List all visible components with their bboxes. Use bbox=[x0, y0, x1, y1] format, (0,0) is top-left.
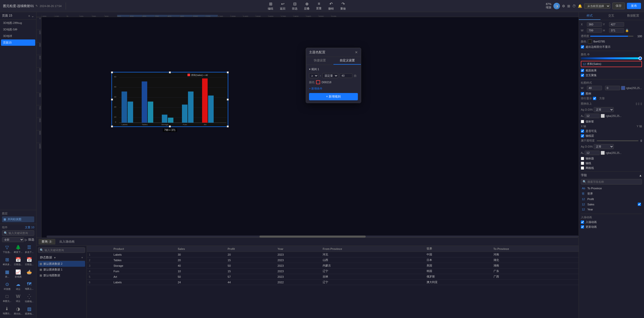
axis-baseline-checkbox[interactable] bbox=[581, 134, 584, 138]
bar-color-swatch[interactable] bbox=[621, 86, 625, 90]
handle-tm[interactable] bbox=[169, 71, 171, 73]
comp-bar2[interactable]: ▨ 观测地... bbox=[24, 305, 34, 316]
field-to-province[interactable]: Ab To Province bbox=[581, 186, 642, 191]
tab-query[interactable]: 查询 3 bbox=[39, 239, 55, 245]
handle-ml[interactable] bbox=[111, 99, 113, 101]
axis-font-size-input[interactable] bbox=[585, 151, 600, 155]
th-sales[interactable]: Sales bbox=[176, 246, 225, 252]
theme-field-item[interactable]: 12 求和(Sales) bbox=[581, 61, 642, 67]
data-item-3[interactable]: ▦ 默认地图数据 bbox=[38, 272, 85, 278]
modal-tab-quick[interactable]: 快捷设置 bbox=[306, 57, 333, 65]
th-year[interactable]: Year bbox=[276, 246, 321, 252]
comp-map[interactable]: 🗺 地图上... bbox=[24, 281, 34, 292]
grid-icon[interactable]: ⊞ bbox=[567, 4, 570, 8]
field-year[interactable]: 12 Year bbox=[581, 207, 642, 212]
page-item-3[interactable]: 3D地球 bbox=[1, 33, 35, 39]
chart-component-container[interactable]: 求和(Sales) = 40 50 40 30 20 10 0 bbox=[112, 72, 228, 126]
handle-bm[interactable] bbox=[169, 125, 171, 127]
layer-item-bar[interactable]: ▦ 并列柱状图 bbox=[2, 216, 34, 222]
legend-font-size-input[interactable] bbox=[585, 114, 600, 118]
right-tab-interact[interactable]: 交互 bbox=[600, 12, 622, 20]
widget-search-input[interactable] bbox=[9, 232, 32, 235]
comp-tree[interactable]: 🌲 树状下... bbox=[13, 244, 23, 255]
comp-single[interactable]: □ 单图元... bbox=[2, 293, 12, 304]
comp-date[interactable]: 📅 日期选... bbox=[13, 256, 23, 267]
tab-animation[interactable]: 出入场动画 bbox=[56, 239, 78, 245]
toolbar-edit-btn[interactable]: ⊞ 编组 bbox=[265, 1, 276, 12]
h-input[interactable] bbox=[609, 28, 624, 33]
data-item-1[interactable]: ▦ 默认图表数据 2 bbox=[38, 261, 85, 267]
gradient-thumb[interactable] bbox=[638, 57, 642, 60]
legend-checkbox[interactable] bbox=[581, 92, 584, 95]
comp-heat[interactable]: 🌡 地量比... bbox=[2, 305, 12, 316]
rule-amount-input[interactable] bbox=[340, 73, 352, 78]
save-button[interactable]: 保存 bbox=[612, 3, 625, 9]
rule-color-swatch[interactable] bbox=[316, 80, 320, 84]
comp-pie2[interactable]: ◑ 两分比... bbox=[13, 305, 23, 316]
add-condition-btn[interactable]: + 新增条件 bbox=[309, 87, 358, 90]
toolbar-redo-btn[interactable]: ↷ 重做 bbox=[337, 1, 349, 12]
data-search-input[interactable] bbox=[45, 249, 83, 252]
page-select-dropdown[interactable]: 从当前页选择 bbox=[584, 3, 610, 9]
th-to-province[interactable]: To Province bbox=[491, 246, 579, 252]
handle-bl[interactable] bbox=[111, 125, 113, 127]
rule-auto-label[interactable]: 自 bbox=[354, 74, 357, 78]
comp-table[interactable]: ▦ 表... bbox=[2, 268, 12, 280]
legend-line-checkbox[interactable] bbox=[593, 97, 596, 100]
handle-mr[interactable] bbox=[227, 99, 229, 101]
rule-amount-type-select[interactable]: 固定量 bbox=[322, 73, 338, 78]
x-input[interactable] bbox=[587, 22, 602, 27]
value-label-checkbox[interactable] bbox=[581, 120, 584, 123]
comp-pie[interactable]: 🥧 bbox=[24, 268, 34, 280]
field-world[interactable]: 世 世界 bbox=[581, 191, 642, 196]
fields-search-input[interactable] bbox=[587, 180, 640, 183]
comp-dropdown[interactable]: ▽ 下拉选... bbox=[2, 244, 12, 255]
comp-multi[interactable]: ☰ 多选下... bbox=[24, 244, 34, 255]
handle-tl[interactable] bbox=[111, 71, 113, 73]
comp-multi2[interactable]: ⊞ 树状多... bbox=[2, 256, 12, 267]
axis-label-checkbox[interactable] bbox=[581, 157, 584, 160]
legend-font-color-swatch[interactable] bbox=[601, 114, 605, 118]
w-input[interactable] bbox=[587, 28, 602, 33]
opacity-slider[interactable] bbox=[590, 36, 633, 37]
toolbar-filter-btn[interactable]: ⊕ 层叠 bbox=[301, 1, 312, 12]
th-product[interactable]: Product bbox=[111, 246, 176, 252]
handle-tr[interactable] bbox=[227, 71, 229, 73]
data-item-2[interactable]: ▦ 默认图表数据 1 bbox=[38, 267, 85, 272]
color-gradient-bar[interactable] bbox=[581, 57, 642, 59]
modal-close-icon[interactable]: ✕ bbox=[355, 50, 358, 54]
y-input[interactable] bbox=[609, 22, 624, 27]
bar-r-input[interactable] bbox=[605, 86, 620, 90]
color-gear-icon[interactable]: ⚙ bbox=[587, 53, 590, 56]
history-icon[interactable]: ⏱ bbox=[572, 4, 576, 8]
page-add-icon[interactable]: + bbox=[28, 14, 30, 18]
bg-color-swatch[interactable] bbox=[588, 39, 592, 43]
grid-checkbox[interactable] bbox=[581, 166, 584, 170]
add-rule-button[interactable]: + 新增规则 bbox=[309, 93, 358, 100]
refresh-animation-checkbox[interactable] bbox=[581, 225, 584, 229]
page-more-icon[interactable]: ⌄ bbox=[31, 14, 34, 18]
toolbar-layers-btn[interactable]: ≡ 置量 bbox=[313, 1, 324, 11]
field-profit[interactable]: 12 Profit bbox=[581, 197, 642, 201]
settings-icon[interactable]: ⚙ bbox=[562, 4, 565, 8]
comp-scatter[interactable]: ⁛ 玩模地... bbox=[24, 293, 34, 304]
page-item-1[interactable]: 3D地图-2种bug bbox=[1, 20, 35, 26]
comp-word[interactable]: W 词云 bbox=[13, 293, 23, 304]
add-data-icon[interactable]: + bbox=[81, 256, 83, 259]
right-tab-data-config[interactable]: 数据配置 bbox=[622, 12, 644, 20]
th-world[interactable]: 世界 bbox=[425, 246, 491, 252]
modal-tab-custom[interactable]: 自定义设置 bbox=[333, 57, 361, 65]
axis-opacity-slider[interactable] bbox=[597, 140, 638, 141]
right-tab-style[interactable]: 样式 bbox=[579, 12, 600, 20]
th-profit[interactable]: Profit bbox=[226, 246, 276, 252]
comp-ring[interactable]: ⊙ 环形图 bbox=[2, 281, 12, 292]
user-avatar[interactable]: ◑ bbox=[553, 3, 560, 9]
widget-filter-select[interactable]: 全部 bbox=[2, 237, 24, 242]
canvas-scrollbar-h[interactable] bbox=[47, 236, 579, 238]
rule-field-select[interactable]: ≥ > = < bbox=[309, 73, 318, 78]
legend-font-style-select[interactable]: 正常 bbox=[594, 107, 614, 112]
comp-date2[interactable]: 📅 日期选... bbox=[24, 256, 34, 267]
overflow-checkbox[interactable] bbox=[581, 45, 584, 49]
toolbar-back-btn[interactable]: ⊟ 筛选 bbox=[289, 1, 300, 12]
publish-button[interactable]: 发布 bbox=[627, 3, 641, 9]
